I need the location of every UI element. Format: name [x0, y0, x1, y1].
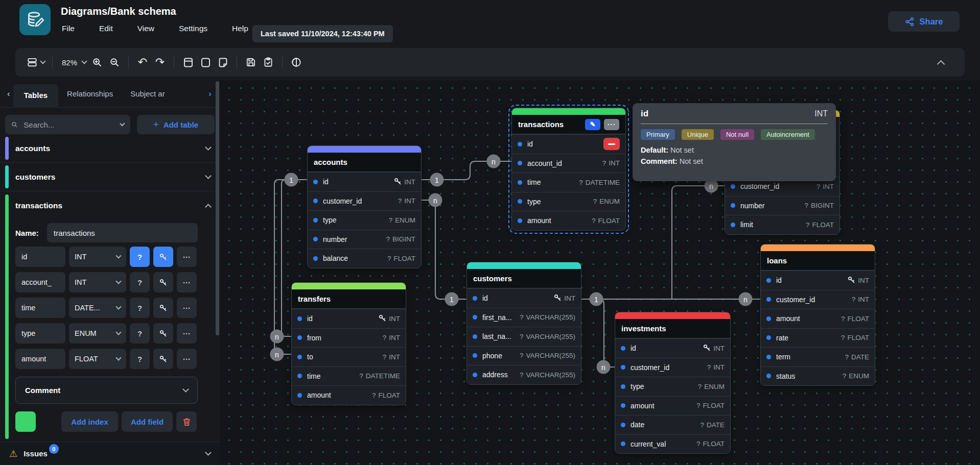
comment-section[interactable]: Comment — [15, 377, 198, 404]
table-field-row[interactable]: status?ENUM — [761, 366, 875, 386]
field-name-input[interactable] — [15, 323, 65, 344]
table-field-row[interactable]: account_id?INT — [512, 154, 625, 173]
field-nullable-toggle[interactable]: ? — [130, 247, 150, 267]
save-button[interactable] — [242, 53, 260, 71]
field-type-select[interactable]: ENUM — [69, 323, 126, 344]
table-field-row[interactable]: idINT — [761, 271, 875, 290]
field-primary-toggle[interactable] — [153, 298, 173, 318]
field-type-select[interactable]: INT — [69, 272, 126, 292]
search-input[interactable] — [24, 120, 112, 129]
theme-toggle[interactable] — [288, 53, 305, 71]
delete-field-button[interactable] — [603, 138, 620, 150]
field-name-input[interactable] — [15, 272, 65, 292]
tab-relationships[interactable]: Relationships — [58, 83, 122, 105]
table-field-row[interactable]: time?DATETIME — [292, 366, 406, 386]
add-index-button[interactable]: Add index — [61, 411, 118, 432]
field-nullable-toggle[interactable]: ? — [130, 298, 150, 318]
table-field-row[interactable]: customer_id?INT — [308, 191, 421, 211]
table-field-row[interactable]: last_na...?VARCHAR(255) — [467, 327, 581, 346]
field-type-select[interactable]: FLOAT — [69, 349, 126, 369]
sidebar-item-transactions[interactable]: transactions — [0, 191, 220, 220]
field-primary-toggle[interactable] — [153, 247, 173, 267]
redo-button[interactable]: ↷ — [151, 53, 169, 71]
db-table-accounts[interactable]: accountsidINTcustomer_id?INTtype?ENUMnum… — [307, 145, 422, 268]
add-area-tool[interactable] — [197, 53, 214, 71]
table-field-row[interactable]: idINT — [308, 172, 421, 191]
table-field-row[interactable]: number?BIGINT — [725, 196, 839, 215]
table-search[interactable] — [5, 115, 130, 134]
issues-bar[interactable]: ⚠ Issues 0 — [0, 442, 220, 465]
diagram-list-button[interactable] — [25, 53, 47, 71]
add-field-button[interactable]: Add field — [122, 411, 173, 432]
table-more-button[interactable]: ··· — [604, 119, 619, 130]
table-field-row[interactable]: customer_id?INT — [761, 290, 875, 309]
tab-tables[interactable]: Tables — [13, 84, 58, 108]
table-field-row[interactable]: current_val?FLOAT — [615, 434, 730, 454]
zoom-in-button[interactable] — [88, 53, 106, 71]
field-nullable-toggle[interactable]: ? — [130, 349, 150, 369]
table-field-row[interactable]: customer_id?INT — [615, 358, 730, 377]
add-note-tool[interactable] — [214, 53, 231, 71]
table-field-row[interactable]: amount?FLOAT — [615, 396, 730, 415]
table-field-row[interactable]: balance?FLOAT — [308, 249, 421, 268]
field-type-select[interactable]: INT — [69, 247, 126, 267]
sidebar-item-accounts[interactable]: accounts — [0, 134, 220, 163]
db-table-customers[interactable]: customersidINTfirst_na...?VARCHAR(255)la… — [466, 262, 581, 385]
table-field-row[interactable]: phone?VARCHAR(255) — [467, 346, 581, 365]
todo-button[interactable] — [260, 53, 277, 71]
db-table-transactions[interactable]: transactions✎···idaccount_id?INTtime?DAT… — [511, 108, 626, 231]
edit-table-button[interactable]: ✎ — [585, 119, 600, 130]
field-name-input[interactable] — [15, 298, 65, 318]
field-primary-toggle[interactable] — [153, 349, 173, 369]
table-field-row[interactable]: number?BIGINT — [308, 230, 421, 249]
table-field-row[interactable]: amount?FLOAT — [761, 309, 875, 328]
db-table-investments[interactable]: investmentsidINTcustomer_id?INTtype?ENUM… — [615, 312, 731, 454]
tab-subject-areas[interactable]: Subject ar — [122, 83, 174, 105]
tabs-scroll-left-icon[interactable]: ‹ — [4, 89, 13, 99]
table-field-row[interactable]: time?DATETIME — [512, 173, 625, 192]
field-more-button[interactable]: ··· — [177, 323, 197, 344]
table-field-row[interactable]: date?DATE — [615, 415, 730, 434]
table-field-row[interactable]: address?VARCHAR(255) — [467, 365, 581, 384]
table-name-input[interactable] — [47, 223, 198, 242]
table-field-row[interactable]: rate?FLOAT — [761, 328, 875, 348]
table-field-row[interactable]: idINT — [292, 309, 406, 328]
field-type-select[interactable]: DATE... — [69, 298, 126, 318]
tabs-scroll-right-icon[interactable]: › — [205, 89, 215, 99]
delete-table-button[interactable] — [176, 411, 197, 432]
db-table-transfers[interactable]: transfersidINTfrom?INTto?INTtime?DATETIM… — [291, 282, 406, 405]
share-button[interactable]: Share — [888, 11, 960, 32]
menu-item-help[interactable]: Help — [231, 22, 249, 35]
table-field-row[interactable]: from?INT — [292, 328, 406, 348]
menu-item-settings[interactable]: Settings — [178, 22, 208, 35]
table-field-row[interactable]: term?DATE — [761, 347, 875, 366]
field-nullable-toggle[interactable]: ? — [130, 272, 150, 292]
collapse-toolbar-button[interactable] — [932, 53, 949, 71]
db-table-loans[interactable]: loansidINTcustomer_id?INTamount?FLOATrat… — [760, 244, 875, 386]
app-logo[interactable] — [19, 4, 51, 35]
sidebar-item-customers[interactable]: customers — [0, 163, 220, 191]
menu-item-view[interactable]: View — [136, 22, 155, 35]
field-primary-toggle[interactable] — [153, 323, 173, 344]
field-more-button[interactable]: ··· — [177, 247, 197, 267]
undo-button[interactable]: ↶ — [134, 53, 151, 71]
table-field-row[interactable]: type?ENUM — [308, 210, 421, 230]
field-more-button[interactable]: ··· — [177, 298, 197, 318]
sidebar-scrollbar[interactable] — [216, 81, 219, 335]
table-field-row[interactable]: idINT — [615, 338, 730, 358]
add-table-tool[interactable] — [179, 53, 197, 71]
field-nullable-toggle[interactable]: ? — [130, 323, 150, 344]
table-color-swatch[interactable] — [15, 411, 36, 432]
zoom-level-dropdown[interactable]: 82% — [58, 53, 88, 71]
table-field-row[interactable]: idINT — [467, 288, 581, 308]
table-field-row[interactable]: type?ENUM — [615, 377, 730, 396]
table-field-row[interactable]: to?INT — [292, 347, 406, 366]
field-more-button[interactable]: ··· — [177, 272, 197, 292]
table-field-row[interactable]: amount?FLOAT — [292, 385, 406, 405]
field-primary-toggle[interactable] — [153, 272, 173, 292]
table-field-row[interactable]: limit?FLOAT — [725, 215, 839, 234]
add-table-button[interactable]: + Add table — [137, 115, 215, 134]
table-field-row[interactable]: amount?FLOAT — [512, 211, 625, 230]
menu-item-file[interactable]: File — [61, 22, 76, 35]
field-name-input[interactable] — [15, 349, 65, 369]
